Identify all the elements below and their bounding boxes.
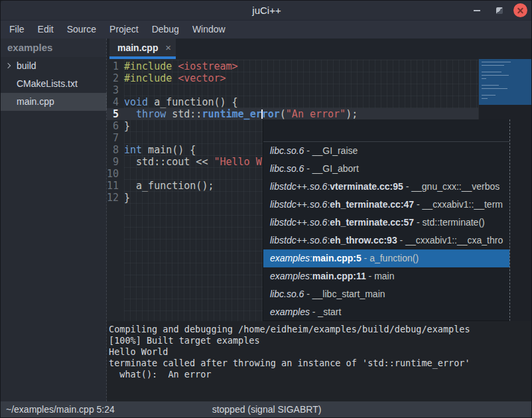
tab-main-cpp[interactable]: main.cpp × — [109, 38, 176, 59]
code-token: a_function(); — [124, 180, 214, 192]
sidebar-item-label: main.cpp — [17, 96, 54, 107]
restore-icon[interactable] — [493, 4, 506, 17]
file-tree-sidebar: examples buildCMakeLists.txtmain.cpp — [1, 38, 107, 401]
code-token: runtime_er — [202, 108, 261, 120]
code-token: std::cout << — [124, 156, 214, 168]
backtrace-token: - _start — [310, 307, 341, 317]
status-file-location: ~/examples/main.cpp 5:24 — [6, 401, 115, 418]
terminal-line: terminate called after throwing an insta… — [109, 358, 532, 369]
titlebar: juCi++ — [1, 1, 532, 21]
code-token: <vector> — [178, 72, 226, 84]
backtrace-item[interactable]: examples - _start — [263, 303, 509, 321]
code-token: ( — [280, 108, 286, 120]
line-number: 9 — [107, 156, 123, 168]
menu-item-project[interactable]: Project — [103, 21, 145, 38]
line-number: 10 — [107, 168, 123, 180]
backtrace-token: libc.so.6 — [270, 289, 304, 299]
sidebar-item-cmakelists-txt[interactable]: CMakeLists.txt — [1, 75, 107, 93]
code-text: #include <vector> — [124, 72, 226, 84]
code-text: } — [124, 192, 130, 204]
terminal-output[interactable]: Compiling and debugging /home/eidheim/ex… — [107, 321, 532, 401]
sidebar-item-label: CMakeLists.txt — [17, 78, 78, 89]
code-token: <iostream> — [178, 60, 237, 72]
code-token: ); — [346, 108, 358, 120]
sidebar-item-build[interactable]: build — [1, 57, 107, 75]
code-line: 3 — [107, 84, 532, 96]
code-line: 5 throw std::runtime_error("An error"); — [107, 108, 532, 120]
backtrace-token: eh_throw.cc:93 — [330, 235, 397, 245]
popup-search-entry[interactable] — [263, 119, 509, 142]
line-number: 11 — [107, 180, 123, 192]
minimap[interactable] — [479, 59, 531, 105]
backtrace-item[interactable]: libc.so.6 - __GI_raise — [263, 142, 509, 160]
line-number: 2 — [107, 72, 123, 84]
backtrace-token: - main — [366, 271, 395, 281]
terminal-line: [100%] Built target examples — [109, 335, 532, 346]
backtrace-token: - __cxxabiv1::__term — [414, 199, 503, 210]
code-text: #include <iostream> — [124, 60, 238, 72]
backtrace-item[interactable]: libstdc++.so.6:eh_throw.cc:93 - __cxxabi… — [263, 232, 509, 249]
backtrace-token: libstdc++.so.6 — [270, 181, 327, 192]
line-number: 7 — [107, 132, 123, 144]
backtrace-token: libstdc++.so.6 — [270, 199, 327, 210]
backtrace-item[interactable]: libstdc++.so.6:eh_terminate.cc:47 - __cx… — [263, 196, 509, 214]
backtrace-token: vterminate.cc:95 — [330, 181, 403, 192]
backtrace-item[interactable]: libc.so.6 - __GI_abort — [263, 160, 509, 178]
code-token: ror — [262, 108, 280, 120]
code-token: a_function() { — [148, 96, 237, 108]
menu-item-window[interactable]: Window — [186, 21, 232, 38]
code-text: int main() { — [124, 144, 196, 156]
code-token: "An error" — [286, 108, 346, 120]
backtrace-item[interactable]: examples:main.cpp:5 - a_function() — [263, 249, 509, 267]
backtrace-token: examples — [270, 253, 310, 263]
backtrace-item[interactable]: examples:main.cpp:11 - main — [263, 267, 509, 285]
tab-label: main.cpp — [117, 38, 158, 57]
chevron-right-icon[interactable] — [5, 63, 11, 68]
code-token: } — [124, 192, 130, 204]
backtrace-token: examples — [270, 271, 310, 281]
tab-close-icon[interactable]: × — [165, 38, 171, 57]
code-token: #include — [124, 72, 178, 84]
code-text: std::cout << "Hello W — [124, 156, 262, 168]
backtrace-token: main.cpp:5 — [312, 253, 362, 263]
terminal-line: what(): An error — [109, 369, 532, 380]
code-token: #include — [124, 60, 178, 72]
backtrace-token: libstdc++.so.6 — [270, 217, 327, 228]
code-line: 2#include <vector> — [107, 72, 532, 84]
backtrace-item[interactable]: libstdc++.so.6:vterminate.cc:95 - __gnu_… — [263, 178, 509, 196]
code-token: "Hello W — [214, 156, 261, 168]
close-icon[interactable] — [513, 3, 527, 17]
window-title: juCi++ — [1, 1, 532, 21]
code-token: main() { — [142, 144, 196, 156]
app-window: juCi++ FileEditSourceProjectDebugWindow … — [0, 0, 532, 418]
menu-item-edit[interactable]: Edit — [31, 21, 60, 38]
menu-item-source[interactable]: Source — [60, 21, 103, 38]
project-name-header: examples — [1, 38, 107, 57]
backtrace-item[interactable]: libstdc++.so.6:eh_terminate.cc:57 - std:… — [263, 214, 509, 232]
terminal-line: Hello World — [109, 346, 532, 358]
minimize-icon[interactable] — [470, 4, 484, 17]
line-number: 6 — [107, 120, 123, 132]
backtrace-popup: libc.so.6 - __GI_raiselibc.so.6 - __GI_a… — [263, 119, 510, 321]
code-line: 1#include <iostream> — [107, 60, 532, 72]
menu-item-file[interactable]: File — [3, 21, 31, 38]
code-text: a_function(); — [124, 180, 214, 192]
sidebar-item-label: build — [17, 60, 36, 71]
backtrace-token: - std::terminate() — [414, 217, 485, 228]
backtrace-token: - __GI_abort — [304, 163, 359, 174]
code-text: } — [124, 120, 130, 132]
backtrace-item[interactable]: libc.so.6 - __libc_start_main — [263, 285, 509, 303]
sidebar-item-main-cpp[interactable]: main.cpp — [1, 93, 107, 111]
code-token: int — [124, 144, 142, 156]
code-token: throw — [136, 108, 166, 120]
backtrace-token: libc.so.6 — [270, 145, 304, 156]
backtrace-token: - __gnu_cxx::__verbos — [403, 181, 500, 192]
code-text: throw std::runtime_error("An error"); — [124, 108, 358, 120]
backtrace-token: libstdc++.so.6 — [270, 235, 327, 245]
code-token: void — [124, 96, 148, 108]
menu-item-debug[interactable]: Debug — [145, 21, 186, 38]
menubar: FileEditSourceProjectDebugWindow — [1, 21, 532, 38]
line-number: 4 — [107, 96, 123, 108]
backtrace-token: - a_function() — [362, 253, 419, 263]
backtrace-token: eh_terminate.cc:47 — [330, 199, 414, 210]
